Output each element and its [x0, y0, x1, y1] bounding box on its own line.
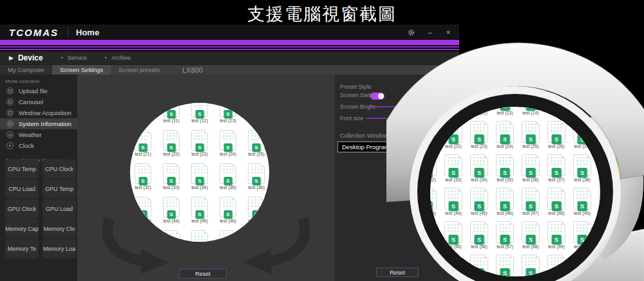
- file-label: test (57): [497, 244, 513, 249]
- spreadsheet-badge-icon: S: [167, 143, 176, 152]
- desktop-file-icon: Stest (22): [157, 130, 185, 156]
- play-arrow-icon: ▶: [9, 55, 14, 61]
- desktop-file-icon: Stest (38): [569, 154, 595, 182]
- spreadsheet-badge-icon: S: [552, 268, 562, 276]
- tab-my-computer[interactable]: My Computer: [0, 65, 52, 75]
- panel-reset-button[interactable]: Reset: [376, 267, 419, 277]
- metric-button-memory-clo[interactable]: Memory Clo: [43, 219, 76, 239]
- metric-button-gpu-clock[interactable]: GPU Clock: [5, 199, 39, 219]
- file-label: test (14): [248, 118, 265, 123]
- metric-button-gpu-temp[interactable]: GPU Temp: [43, 179, 76, 199]
- collection-window-dropdown[interactable]: Desktop Program ▼: [337, 141, 404, 152]
- spreadsheet-badge-icon: S: [167, 110, 176, 118]
- metric-button-cpu-clock[interactable]: CPU Clock: [43, 159, 76, 179]
- desktop-file-icon: Stest (27): [569, 121, 595, 149]
- mode-item-window-acquisition[interactable]: Window Acquisition: [0, 107, 77, 118]
- spreadsheet-badge-icon: S: [526, 107, 536, 111]
- desktop-file-icon: Stest (24): [492, 121, 518, 149]
- spreadsheet-badge-icon: S: [252, 143, 261, 152]
- mode-section-label: Mode selection: [0, 75, 77, 86]
- close-icon[interactable]: ×: [444, 29, 453, 36]
- settings-gear-icon[interactable]: [408, 29, 417, 36]
- spreadsheet-badge-icon: S: [552, 134, 562, 144]
- desktop-file-icon: Stest (67): [466, 255, 492, 276]
- model-label: LX800: [182, 65, 203, 75]
- preview-reset-button[interactable]: Reset: [179, 269, 227, 278]
- file-label: test (58): [522, 244, 539, 249]
- file-label: test (39): [600, 177, 600, 182]
- preview-area: Stest (10)Stest (11)Stest (12)Stest (13)…: [77, 75, 335, 281]
- file-label: test (17): [600, 111, 600, 115]
- refresh-icon[interactable]: [397, 132, 404, 140]
- spreadsheet-badge-icon: S: [578, 268, 587, 276]
- file-label: test (22): [163, 152, 180, 156]
- metric-button-gpu-load[interactable]: GPU Load: [43, 199, 76, 219]
- spreadsheet-badge-icon: S: [526, 134, 536, 144]
- spreadsheet-badge-icon: S: [578, 201, 587, 211]
- mode-item-carousel[interactable]: Carousel: [0, 96, 77, 107]
- settings-panel: Preset Style Screen Switch Screen Bright…: [335, 75, 459, 281]
- file-label: test (34): [471, 177, 488, 182]
- file-label: test (34): [191, 185, 208, 190]
- spreadsheet-badge-icon: S: [578, 235, 587, 244]
- mode-item-clock[interactable]: Clock: [0, 140, 77, 151]
- device-strap: [541, 230, 644, 281]
- desktop-file-icon: Stest (34): [466, 154, 492, 182]
- desktop-file-icon: Stest (68): [492, 255, 518, 276]
- metric-button-memory-loa[interactable]: Memory Loa: [43, 239, 76, 258]
- screen-bright-slider[interactable]: [366, 106, 459, 107]
- spreadsheet-badge-icon: S: [552, 235, 562, 244]
- desktop-file-icon: Stest (32): [130, 163, 157, 190]
- mode-item-weather[interactable]: Weather: [0, 129, 77, 140]
- spreadsheet-badge-icon: S: [224, 143, 232, 152]
- chevron-down-icon: ▼: [396, 144, 404, 150]
- spreadsheet-badge-icon: S: [552, 107, 562, 111]
- tab-screen-presets[interactable]: Screen presets: [111, 65, 167, 75]
- file-label: test (15): [548, 111, 565, 115]
- desktop-file-icon: Stest (36): [242, 163, 269, 190]
- page: 支援電腦視窗截圖 TCOMAS Home – × ▶ Devic: [0, 0, 644, 281]
- desktop-file-icon: Stest (14): [242, 103, 269, 123]
- mode-item-upload-file[interactable]: Upload file: [0, 86, 77, 96]
- tab-archive[interactable]: • Archive: [96, 55, 140, 61]
- tab-service[interactable]: • Service: [52, 55, 96, 61]
- metric-button-memory-te[interactable]: Memory Te: [5, 239, 39, 258]
- desktop-file-icon: Stest (17): [595, 107, 600, 115]
- rotate-left-arrow-icon: [108, 219, 144, 261]
- file-label: test (47): [522, 211, 539, 215]
- tab-device[interactable]: ▶ Device: [0, 53, 52, 62]
- file-label: test (12): [471, 111, 488, 115]
- desktop-file-icon: Stest (26): [544, 121, 569, 149]
- spreadsheet-badge-icon: S: [139, 177, 147, 185]
- metric-button-cpu-temp[interactable]: CPU Temp: [5, 159, 39, 179]
- spreadsheet-badge-icon: S: [526, 201, 536, 211]
- desktop-file-icon: Stest (33): [157, 163, 185, 190]
- desktop-file-icon: Stest (72): [595, 255, 600, 276]
- file-label: test (11): [163, 118, 179, 123]
- desktop-file-icon: Stest (25): [518, 121, 544, 149]
- metric-button-cpu-load[interactable]: CPU Load: [5, 179, 39, 199]
- desktop-file-icon: Stest (45): [466, 188, 492, 215]
- app-window: TCOMAS Home – × ▶ Device: [0, 24, 459, 281]
- metric-button-memory-cap[interactable]: Memory Cap: [5, 219, 39, 239]
- minimize-icon[interactable]: –: [426, 29, 435, 36]
- desktop-file-icon: Stest (16): [569, 107, 595, 115]
- file-label: test (61): [600, 244, 600, 249]
- font-size-slider[interactable]: [366, 118, 459, 119]
- spreadsheet-badge-icon: S: [139, 143, 147, 152]
- file-label: test (23): [191, 152, 208, 156]
- tab-screen-settings[interactable]: Screen Settings: [52, 65, 111, 75]
- file-label: test (13): [220, 118, 236, 123]
- desktop-file-icon: Stest (46): [492, 188, 518, 215]
- accent-band: [0, 40, 459, 45]
- spreadsheet-badge-icon: S: [526, 168, 536, 177]
- file-label: test (49): [574, 211, 591, 215]
- desktop-file-icon: Stest (12): [466, 107, 492, 115]
- app-logo: TCOMAS: [0, 27, 68, 38]
- collection-window-label: Collection Window: [340, 132, 388, 139]
- desktop-file-icon: Stest (28): [595, 121, 600, 149]
- desktop-file-icon: Stest (24): [214, 130, 242, 156]
- screen-switch-toggle[interactable]: [370, 93, 384, 100]
- desktop-file-icon: Stest (71): [569, 255, 595, 276]
- mode-item-system-information[interactable]: System Information: [0, 118, 77, 129]
